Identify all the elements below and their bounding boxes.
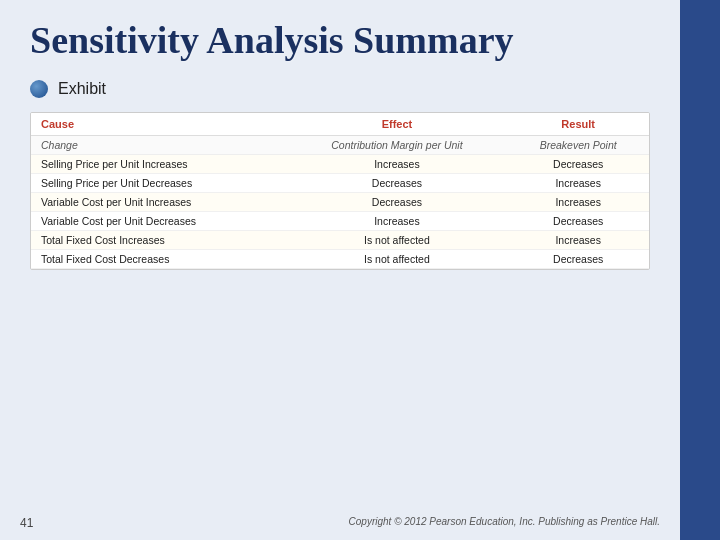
sensitivity-table-container: Cause Effect Result Change Contribution …: [30, 112, 650, 270]
table-row: Variable Cost per Unit IncreasesDecrease…: [31, 192, 649, 211]
cell-effect: Decreases: [286, 192, 507, 211]
page-number: 41: [20, 516, 33, 530]
header-result: Result: [507, 113, 649, 136]
table-row: Variable Cost per Unit DecreasesIncrease…: [31, 211, 649, 230]
subheader-change: Change: [31, 135, 286, 154]
sensitivity-table: Cause Effect Result Change Contribution …: [31, 113, 649, 269]
cell-cause: Variable Cost per Unit Decreases: [31, 211, 286, 230]
cell-effect: Is not affected: [286, 249, 507, 268]
page-title: Sensitivity Analysis Summary: [30, 20, 650, 62]
cell-result: Decreases: [507, 154, 649, 173]
right-sidebar-bar: [680, 0, 720, 540]
cell-result: Decreases: [507, 211, 649, 230]
cell-result: Increases: [507, 192, 649, 211]
header-effect: Effect: [286, 113, 507, 136]
table-subheader-row: Change Contribution Margin per Unit Brea…: [31, 135, 649, 154]
cell-effect: Increases: [286, 211, 507, 230]
copyright-text: Copyright © 2012 Pearson Education, Inc.…: [349, 516, 660, 530]
main-content: Sensitivity Analysis Summary Exhibit Cau…: [0, 0, 680, 540]
table-header-row: Cause Effect Result: [31, 113, 649, 136]
cell-effect: Increases: [286, 154, 507, 173]
subheader-breakeven: Breakeven Point: [507, 135, 649, 154]
header-cause: Cause: [31, 113, 286, 136]
cell-result: Decreases: [507, 249, 649, 268]
cell-result: Increases: [507, 230, 649, 249]
table-row: Total Fixed Cost DecreasesIs not affecte…: [31, 249, 649, 268]
footer: 41 Copyright © 2012 Pearson Education, I…: [0, 516, 680, 530]
cell-cause: Selling Price per Unit Increases: [31, 154, 286, 173]
bullet-icon: [30, 80, 48, 98]
cell-effect: Decreases: [286, 173, 507, 192]
exhibit-label: Exhibit: [58, 80, 106, 98]
exhibit-row: Exhibit: [30, 80, 650, 98]
cell-cause: Total Fixed Cost Decreases: [31, 249, 286, 268]
cell-effect: Is not affected: [286, 230, 507, 249]
cell-result: Increases: [507, 173, 649, 192]
table-row: Selling Price per Unit IncreasesIncrease…: [31, 154, 649, 173]
subheader-contribution-margin: Contribution Margin per Unit: [286, 135, 507, 154]
cell-cause: Total Fixed Cost Increases: [31, 230, 286, 249]
table-row: Selling Price per Unit DecreasesDecrease…: [31, 173, 649, 192]
cell-cause: Selling Price per Unit Decreases: [31, 173, 286, 192]
table-row: Total Fixed Cost IncreasesIs not affecte…: [31, 230, 649, 249]
cell-cause: Variable Cost per Unit Increases: [31, 192, 286, 211]
